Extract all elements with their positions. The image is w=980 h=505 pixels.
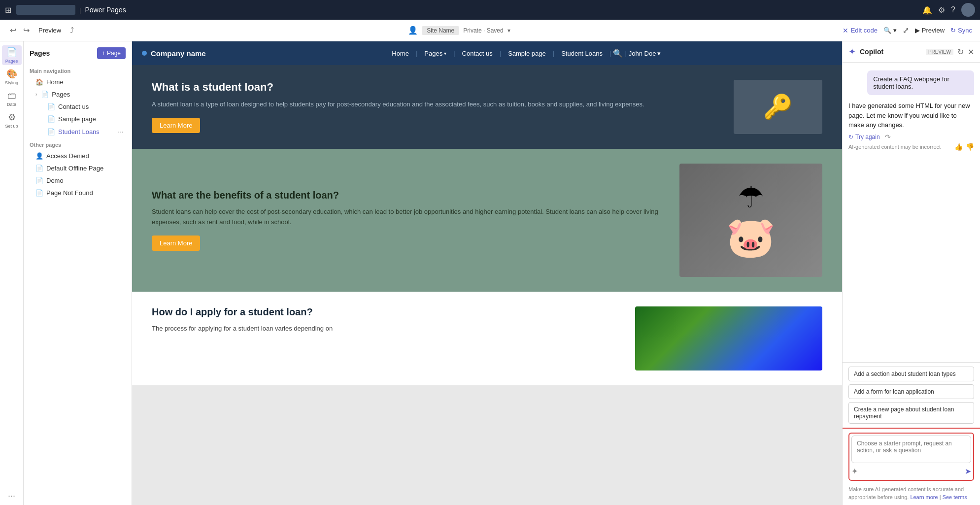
second-bar-left: ↩ ↪ Preview ⤴	[8, 24, 76, 37]
more-icon[interactable]: ···	[8, 491, 15, 501]
sidebar-item-styling[interactable]: 🎨 Styling	[2, 67, 22, 87]
section2-learn-more-button[interactable]: Learn More	[152, 236, 200, 251]
pages-label: Pages	[5, 59, 18, 64]
preview-button[interactable]: Preview	[34, 25, 65, 36]
copilot-try-again-button[interactable]: ↻ Try again	[848, 134, 880, 140]
section3-title: How do I apply for a student loan?	[152, 306, 615, 318]
second-bar: ↩ ↪ Preview ⤴ 👤 Site Name Private · Save…	[0, 20, 980, 41]
nav-contact-label: Contact us	[58, 103, 89, 110]
site-logo-text: Company name	[151, 49, 206, 58]
nav-item-demo[interactable]: 📄 Demo	[26, 174, 130, 187]
copilot-suggestion-1[interactable]: Add a section about student loan types	[848, 367, 974, 381]
share-button[interactable]: ⤴	[68, 24, 76, 37]
undo-button[interactable]: ↩	[8, 24, 18, 37]
nav-item-page-not-found[interactable]: 📄 Page Not Found	[26, 187, 130, 199]
nav-student-loans-label: Student Loans	[58, 128, 100, 135]
copilot-redo-icon[interactable]: ↷	[885, 133, 891, 141]
edit-code-icon: ✕	[843, 27, 848, 34]
demo-nav-icon: 📄	[35, 177, 43, 184]
site-nav-links: Home | Pages▾ | Contact us | Sample page…	[216, 49, 832, 58]
try-again-label: Try again	[855, 134, 880, 140]
section-apply: How do I apply for a student loan? The p…	[132, 292, 842, 385]
footer-see-terms-link[interactable]: See terms	[943, 494, 967, 500]
top-bar-icons: 🔔 ⚙ ?	[922, 3, 975, 17]
user-avatar[interactable]	[961, 3, 975, 17]
footer-learn-more-link[interactable]: Learn more	[910, 494, 938, 500]
zoom-icon: 🔍	[883, 27, 891, 34]
sidebar-item-data[interactable]: 🗃 Data	[2, 89, 22, 108]
top-bar: ⊞ | Power Pages 🔔 ⚙ ?	[0, 0, 980, 20]
help-icon[interactable]: ?	[951, 5, 955, 14]
copilot-input-footer: ✦ ➤	[851, 465, 971, 478]
edit-code-button[interactable]: ✕ Edit code	[843, 27, 878, 34]
thumbs-up-icon[interactable]: 👍	[954, 143, 963, 151]
nav-item-home[interactable]: 🏠 Home	[26, 76, 130, 88]
section1-content: What is a student loan? A student loan i…	[152, 81, 714, 133]
copilot-input[interactable]	[851, 436, 971, 463]
thumbs-down-icon[interactable]: 👎	[966, 143, 974, 151]
key-visual: 🔑	[734, 80, 822, 134]
site-chevron[interactable]: ▾	[507, 27, 510, 34]
site-nav-sample[interactable]: Sample page	[503, 50, 551, 57]
pages-nav-icon: 📄	[41, 91, 49, 98]
site-nav-student-loans[interactable]: Student Loans	[556, 50, 608, 57]
sync-icon: ↻	[950, 27, 956, 34]
copilot-disclaimer-text: AI-generated content may be incorrect	[848, 144, 941, 150]
settings-icon[interactable]: ⚙	[938, 5, 945, 15]
top-preview-button[interactable]: ▶ Preview	[915, 27, 945, 34]
sync-button[interactable]: ↻ Sync	[950, 27, 972, 34]
section2-image: ☂ 🐷	[679, 164, 822, 277]
preview-icon: ▶	[915, 27, 920, 34]
student-loans-nav-icon: 📄	[47, 128, 55, 135]
copilot-ai-disclaimer: AI-generated content may be incorrect 👍 …	[848, 143, 974, 151]
expand-button[interactable]: ⤢	[903, 26, 909, 35]
site-nav-pages[interactable]: Pages▾	[419, 50, 451, 57]
nav-item-sample[interactable]: 📄 Sample page	[26, 113, 130, 125]
add-page-button[interactable]: + Page	[97, 47, 126, 59]
site-nav-home[interactable]: Home	[387, 50, 414, 57]
nav-item-contact[interactable]: 📄 Contact us	[26, 101, 130, 113]
section1-learn-more-button[interactable]: Learn More	[152, 118, 200, 133]
nav-item-pages[interactable]: › 📄 Pages	[26, 88, 130, 101]
nav-item-access-denied[interactable]: 👤 Access Denied	[26, 150, 130, 162]
pages-icon: 📄	[6, 47, 17, 58]
contact-nav-icon: 📄	[47, 103, 55, 110]
nav-home-label: Home	[46, 78, 64, 86]
section1-title: What is a student loan?	[152, 81, 714, 94]
nav-access-denied-label: Access Denied	[46, 152, 89, 160]
grid-icon[interactable]: ⊞	[5, 5, 11, 15]
setup-label: Set up	[5, 124, 18, 129]
copilot-suggestion-3[interactable]: Create a new page about student loan rep…	[848, 402, 974, 424]
page-not-found-icon: 📄	[35, 189, 43, 197]
copilot-attach-icon[interactable]: ✦	[851, 467, 858, 476]
umbrella-icon: ☂	[738, 180, 764, 214]
access-denied-icon: 👤	[35, 152, 43, 160]
site-nav-search-icon[interactable]: 🔍	[613, 49, 623, 58]
data-icon: 🗃	[7, 91, 16, 101]
copilot-refresh-button[interactable]: ↻	[957, 47, 964, 57]
pages-panel-title: Pages	[30, 49, 50, 57]
edit-code-label: Edit code	[851, 27, 878, 34]
redo-button[interactable]: ↪	[21, 24, 32, 37]
copilot-ai-actions: ↻ Try again ↷	[848, 133, 974, 141]
copilot-suggestion-2[interactable]: Add a form for loan application	[848, 384, 974, 399]
styling-icon: 🎨	[6, 68, 17, 79]
site-nav-contact[interactable]: Contact us	[457, 50, 498, 57]
copilot-send-button[interactable]: ➤	[965, 467, 971, 476]
setup-icon: ⚙	[8, 112, 16, 123]
preview-label: Preview	[922, 27, 945, 34]
copilot-title: Copilot	[860, 48, 922, 56]
sidebar-item-setup[interactable]: ⚙ Set up	[2, 110, 22, 130]
site-nav-user[interactable]: John Doe▾	[629, 50, 661, 57]
sidebar-item-pages[interactable]: 📄 Pages	[2, 45, 22, 65]
zoom-button[interactable]: 🔍 ▾	[883, 27, 897, 34]
student-loans-more-icon[interactable]: ···	[118, 128, 124, 135]
copilot-ai-feedback: 👍 👎	[954, 143, 974, 151]
nav-pages-label: Pages	[52, 91, 70, 98]
nav-item-offline[interactable]: 📄 Default Offline Page	[26, 162, 130, 174]
site-name[interactable]: Site Name	[422, 26, 459, 35]
notification-icon[interactable]: 🔔	[922, 5, 932, 15]
nav-item-student-loans[interactable]: 📄 Student Loans ···	[26, 125, 130, 138]
site-nav: Company name Home | Pages▾ | Contact us …	[132, 41, 842, 65]
copilot-close-button[interactable]: ✕	[968, 47, 974, 57]
